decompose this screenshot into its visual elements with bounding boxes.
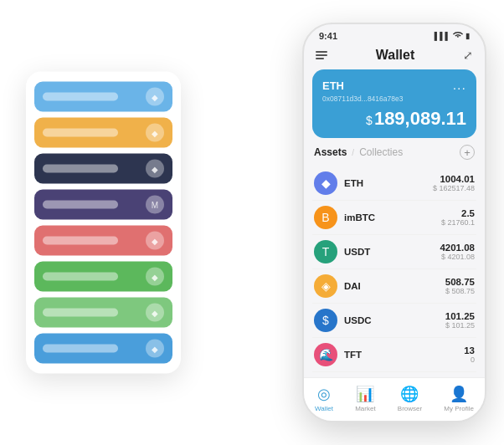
card-bar (43, 165, 118, 173)
eth-more-icon[interactable]: ... (453, 78, 466, 93)
token-amount-main: 2.5 (441, 208, 475, 218)
phone-content: ETH ... 0x08711d3d...8416a78e3 $189,089.… (304, 69, 485, 377)
token-amounts: 101.25$ 101.25 (445, 311, 475, 330)
token-amount-usd: $ 508.75 (445, 287, 475, 295)
eth-amount: $189,089.11 (322, 108, 466, 130)
token-name-imbtc: imBTC (344, 212, 441, 222)
nav-item-wallet[interactable]: ◎Wallet (315, 385, 333, 412)
expand-icon[interactable]: ⤢ (463, 49, 473, 62)
token-icon-usdt: T (314, 240, 337, 263)
assets-header: Assets / Collecties + (312, 145, 476, 160)
token-row[interactable]: BimBTC2.5$ 21760.1 (312, 201, 476, 235)
nav-icon-wallet: ◎ (317, 385, 331, 403)
card-item[interactable]: ◆ (34, 154, 172, 184)
card-bar (43, 309, 118, 317)
eth-card[interactable]: ETH ... 0x08711d3d...8416a78e3 $189,089.… (312, 69, 476, 138)
eth-address: 0x08711d3d...8416a78e3 (322, 95, 466, 103)
wallet-title: Wallet (376, 48, 415, 63)
card-icon: ◆ (146, 268, 164, 286)
card-icon: ◆ (146, 88, 164, 106)
token-row[interactable]: 🌊TFT130 (312, 338, 476, 372)
card-icon: ◆ (146, 124, 164, 142)
nav-label-market: Market (355, 405, 375, 412)
token-amount-main: 1004.01 (433, 174, 475, 184)
token-name-tft: TFT (344, 350, 464, 360)
time: 9:41 (319, 31, 337, 41)
token-amount-main: 13 (464, 345, 475, 355)
card-list: ◆◆◆M◆◆◆◆ (26, 72, 181, 374)
token-name-eth: ETH (344, 178, 433, 188)
collecties-tab[interactable]: Collecties (359, 146, 403, 158)
card-item[interactable]: ◆ (34, 226, 172, 256)
token-icon-tft: 🌊 (314, 343, 337, 366)
nav-label-wallet: Wallet (315, 405, 333, 412)
card-bar (43, 345, 118, 353)
nav-label-my-profile: My Profile (444, 405, 474, 412)
token-icon-usdc: $ (314, 309, 337, 332)
card-item[interactable]: ◆ (34, 118, 172, 148)
token-icon-eth: ◆ (314, 171, 337, 195)
nav-icon-browser: 🌐 (400, 385, 419, 403)
signal-icon: ▌▌▌ (435, 32, 450, 40)
phone-mockup: 9:41 ▌▌▌ ▮ Wallet ⤢ (302, 23, 486, 422)
token-amount-usd: $ 101.25 (445, 321, 475, 330)
scene: ◆◆◆M◆◆◆◆ 9:41 ▌▌▌ ▮ Wal (9, 9, 495, 436)
card-item[interactable]: ◆ (34, 298, 172, 328)
tab-divider: / (352, 148, 354, 157)
token-amount-main: 4201.08 (440, 243, 475, 253)
nav-icon-market: 📊 (356, 385, 374, 403)
nav-item-browser[interactable]: 🌐Browser (398, 385, 422, 412)
token-amount-usd: $ 21760.1 (441, 218, 475, 227)
card-item[interactable]: ◆ (34, 262, 172, 292)
token-amounts: 2.5$ 21760.1 (441, 208, 475, 227)
token-name-usdt: USDT (344, 247, 440, 257)
card-bar (43, 93, 118, 101)
card-icon: ◆ (146, 232, 164, 250)
token-amounts: 4201.08$ 4201.08 (440, 243, 475, 261)
nav-icon-my-profile: 👤 (450, 385, 468, 403)
card-item[interactable]: M (34, 190, 172, 220)
wifi-icon (453, 31, 463, 41)
card-item[interactable]: ◆ (34, 334, 172, 364)
add-asset-button[interactable]: + (460, 145, 475, 160)
token-list: ◆ETH1004.01$ 162517.48BimBTC2.5$ 21760.1… (312, 166, 476, 377)
token-amount-main: 101.25 (445, 311, 475, 321)
token-row[interactable]: TUSDT4201.08$ 4201.08 (312, 235, 476, 269)
token-name-usdc: USDC (344, 315, 445, 325)
card-item[interactable]: ◆ (34, 82, 172, 112)
token-amount-main: 508.75 (445, 277, 475, 287)
eth-label: ETH (322, 79, 344, 92)
nav-label-browser: Browser (398, 405, 422, 412)
token-row[interactable]: ◆ETH1004.01$ 162517.48 (312, 166, 476, 201)
card-icon: ◆ (146, 340, 164, 358)
status-bar: 9:41 ▌▌▌ ▮ (304, 24, 485, 44)
battery-icon: ▮ (465, 32, 470, 40)
token-row[interactable]: ◈DAI508.75$ 508.75 (312, 269, 476, 304)
card-bar (43, 273, 118, 281)
token-amounts: 508.75$ 508.75 (445, 277, 475, 295)
token-amount-usd: $ 162517.48 (433, 184, 475, 192)
token-row[interactable]: $USDC101.25$ 101.25 (312, 304, 476, 338)
card-icon: ◆ (146, 160, 164, 178)
phone-header: Wallet ⤢ (304, 44, 485, 69)
card-icon: M (146, 196, 164, 214)
token-icon-dai: ◈ (314, 274, 337, 298)
token-name-dai: DAI (344, 281, 445, 291)
card-bar (43, 129, 118, 137)
card-bar (43, 237, 118, 245)
nav-item-my-profile[interactable]: 👤My Profile (444, 385, 474, 412)
assets-tabs: Assets / Collecties (314, 146, 403, 158)
token-amount-usd: 0 (464, 355, 475, 364)
token-amounts: 130 (464, 345, 475, 364)
menu-icon[interactable] (316, 51, 327, 59)
status-icons: ▌▌▌ ▮ (435, 31, 470, 41)
card-bar (43, 201, 118, 209)
card-icon: ◆ (146, 304, 164, 322)
token-amount-usd: $ 4201.08 (440, 253, 475, 261)
assets-tab[interactable]: Assets (314, 146, 347, 158)
nav-item-market[interactable]: 📊Market (355, 385, 375, 412)
token-icon-imbtc: B (314, 206, 337, 229)
token-amounts: 1004.01$ 162517.48 (433, 174, 475, 192)
bottom-nav: ◎Wallet📊Market🌐Browser👤My Profile (304, 377, 485, 421)
